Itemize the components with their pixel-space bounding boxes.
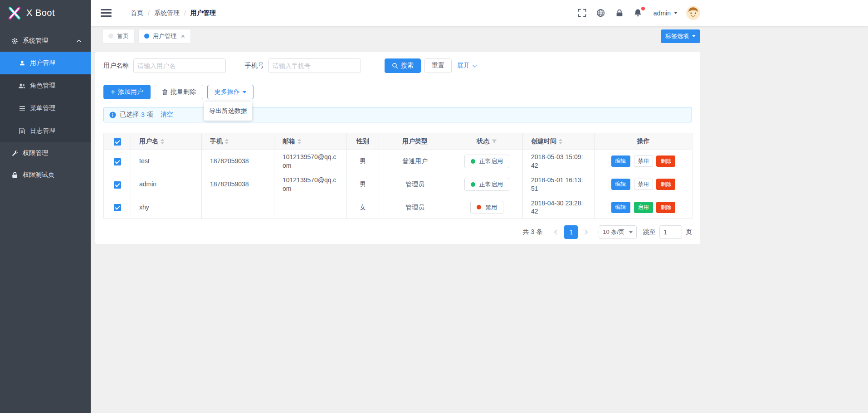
app-root: X Boot 系统管理 用户管理 xyxy=(0,0,868,413)
gear-icon xyxy=(11,38,19,44)
more-actions-label: 更多操作 xyxy=(215,88,240,96)
sort-icon[interactable] xyxy=(161,139,164,144)
cell-username: admin xyxy=(131,173,202,196)
prev-page-button[interactable] xyxy=(549,225,562,239)
sidebar-item-label: 日志管理 xyxy=(30,127,55,135)
edit-button[interactable]: 编辑 xyxy=(611,155,630,167)
pagination-total: 共 3 条 xyxy=(523,228,543,236)
phone-search-input[interactable] xyxy=(268,58,361,73)
sidebar-item-user-management[interactable]: 用户管理 xyxy=(0,52,91,74)
sidebar-item-role-management[interactable]: 角色管理 xyxy=(0,74,91,97)
header: 首页 系统管理 用户管理 xyxy=(91,0,868,26)
close-icon[interactable]: × xyxy=(181,33,185,39)
row-checkbox[interactable] xyxy=(114,158,121,165)
bell-notification-icon[interactable] xyxy=(633,8,643,18)
sidebar-menu: 系统管理 用户管理 角色管理 xyxy=(0,26,91,186)
username-search-input[interactable] xyxy=(133,58,226,73)
col-header-actions: 操作 xyxy=(637,137,650,145)
status-badge: 正常启用 xyxy=(464,178,509,191)
reset-button[interactable]: 重置 xyxy=(424,58,452,73)
sidebar-item-permission-management[interactable]: 权限管理 xyxy=(0,142,91,164)
avatar[interactable] xyxy=(686,6,700,20)
status-badge: 正常启用 xyxy=(464,155,509,168)
batch-delete-button[interactable]: 批量删除 xyxy=(155,85,203,99)
chevron-down-icon xyxy=(629,231,633,233)
export-selected-item[interactable]: 导出所选数据 xyxy=(204,104,252,118)
delete-button[interactable]: 删除 xyxy=(656,202,675,213)
wrench-icon xyxy=(11,150,19,156)
cell-gender: 女 xyxy=(347,196,379,219)
next-page-button[interactable] xyxy=(580,225,593,239)
sidebar-item-menu-management[interactable]: 菜单管理 xyxy=(0,97,91,120)
more-actions-button[interactable]: 更多操作 xyxy=(207,85,254,99)
tab-home[interactable]: 首页 xyxy=(102,29,135,44)
status-dot-icon xyxy=(471,159,475,164)
page-number-button[interactable]: 1 xyxy=(564,225,578,239)
edit-button[interactable]: 编辑 xyxy=(611,202,630,213)
globe-language-icon[interactable] xyxy=(596,8,606,18)
user-management-card: 用户名称 手机号 搜索 重置 展开 xyxy=(95,52,700,244)
tag-options-label: 标签选项 xyxy=(665,32,689,40)
col-header-phone: 手机 xyxy=(210,137,223,146)
tab-user-management[interactable]: 用户管理 × xyxy=(138,29,191,44)
col-header-user-type: 用户类型 xyxy=(402,137,428,145)
plus-icon: + xyxy=(111,88,115,96)
pagination: 共 3 条 1 10 条/页 跳至 页 xyxy=(103,225,692,239)
sort-icon[interactable] xyxy=(559,139,562,144)
filter-funnel-icon[interactable] xyxy=(492,139,497,144)
add-user-button[interactable]: + 添加用户 xyxy=(103,85,151,99)
select-all-checkbox[interactable] xyxy=(114,138,121,146)
row-checkbox[interactable] xyxy=(114,204,121,211)
cell-username: test xyxy=(131,150,202,173)
person-icon xyxy=(18,60,26,66)
username-field-label: 用户名称 xyxy=(103,62,129,70)
brand-name: X Boot xyxy=(26,8,55,18)
tab-dot-icon xyxy=(144,34,149,39)
edit-button[interactable]: 编辑 xyxy=(611,179,630,190)
tag-options-button[interactable]: 标签选项 xyxy=(661,29,700,43)
main-area: 首页 系统管理 用户管理 xyxy=(91,0,868,413)
row-checkbox[interactable] xyxy=(114,181,121,189)
expand-link[interactable]: 展开 xyxy=(457,62,476,70)
hamburger-menu-icon[interactable] xyxy=(101,9,112,17)
tab-label: 用户管理 xyxy=(153,32,176,40)
search-icon xyxy=(392,63,398,69)
delete-button[interactable]: 删除 xyxy=(656,155,675,167)
breadcrumb-system[interactable]: 系统管理 xyxy=(154,9,180,17)
sidebar-item-permission-test[interactable]: 权限测试页 xyxy=(0,164,91,186)
lock-screen-icon[interactable] xyxy=(614,8,624,18)
tab-label: 首页 xyxy=(117,32,129,40)
delete-button[interactable]: 删除 xyxy=(656,179,675,190)
breadcrumb-separator xyxy=(143,10,154,17)
expand-link-label: 展开 xyxy=(457,62,470,70)
chevron-down-icon xyxy=(674,12,678,14)
sidebar-item-log-management[interactable]: 日志管理 xyxy=(0,120,91,142)
selection-text-suffix: 项 xyxy=(147,111,153,119)
fullscreen-icon[interactable] xyxy=(577,8,587,18)
sidebar-group-system[interactable]: 系统管理 xyxy=(0,30,91,52)
lock-icon xyxy=(11,172,19,178)
search-button-label: 搜索 xyxy=(401,62,414,70)
cell-email: 1012139570@qq.com xyxy=(274,150,347,173)
jump-page-input[interactable] xyxy=(659,225,682,239)
sidebar-group-label: 系统管理 xyxy=(23,37,76,45)
col-header-status: 状态 xyxy=(477,137,489,146)
table-header-row: 用户名 手机 邮箱 性别 用户类型 状态 创建时间 操作 xyxy=(104,133,692,150)
brand-logo[interactable]: X Boot xyxy=(0,0,91,26)
breadcrumb-home[interactable]: 首页 xyxy=(131,9,143,17)
sort-icon[interactable] xyxy=(225,139,229,144)
user-menu[interactable]: admin xyxy=(653,10,678,17)
search-button[interactable]: 搜索 xyxy=(385,58,421,73)
disable-button[interactable]: 禁用 xyxy=(634,155,653,167)
tab-dot-icon xyxy=(108,34,113,39)
sort-icon[interactable] xyxy=(297,139,301,144)
cell-gender: 男 xyxy=(347,173,379,196)
enable-button[interactable]: 启用 xyxy=(634,202,653,213)
clear-selection-link[interactable]: 清空 xyxy=(161,111,173,119)
cell-phone xyxy=(202,196,274,219)
page-size-select[interactable]: 10 条/页 xyxy=(599,225,637,239)
search-form: 用户名称 手机号 搜索 重置 展开 xyxy=(103,58,692,73)
add-user-label: 添加用户 xyxy=(118,88,143,96)
disable-button[interactable]: 禁用 xyxy=(634,179,653,190)
sidebar-item-label: 菜单管理 xyxy=(30,104,55,112)
